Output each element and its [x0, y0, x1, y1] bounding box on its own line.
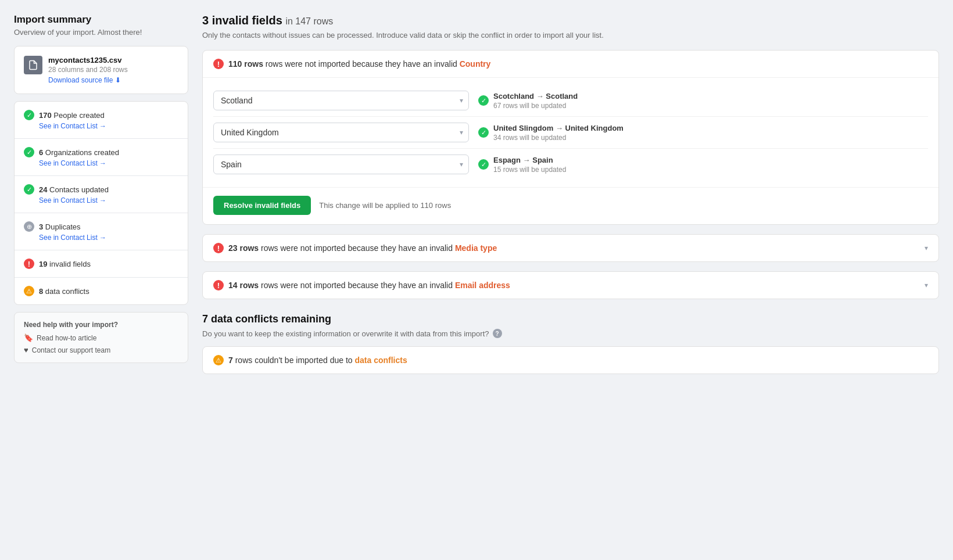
- resolve-note-country: This change will be applied to 110 rows: [319, 201, 451, 210]
- mapping-info-block-scotland: Scotchland → Scotland 67 rows will be up…: [493, 92, 578, 110]
- check-icon: ✓: [24, 110, 34, 120]
- chevron-icon-email: ▾: [925, 281, 928, 289]
- conflict-icon: ⚠: [24, 286, 34, 296]
- mapping-info-block-uk: United Slingdom → United Kingdom 34 rows…: [493, 124, 624, 142]
- stat-link-contacts[interactable]: See in Contact List →: [39, 196, 178, 204]
- stat-row-conflicts: ⚠ 8 data conflicts: [15, 278, 188, 304]
- mapping-info-block-spain: Espagn → Spain 15 rows will be updated: [493, 156, 566, 174]
- mapping-info-uk: ✓ United Slingdom → United Kingdom 34 ro…: [478, 124, 624, 142]
- mapping-row-spain: ScotlandUnited KingdomSpainFranceGermany…: [213, 149, 928, 180]
- stat-text-contacts: 24 Contacts updated: [39, 185, 109, 194]
- stat-link-dupes[interactable]: See in Contact List →: [39, 234, 178, 242]
- help-title: Need help with your import?: [24, 321, 178, 329]
- file-name: mycontacts1235.csv: [48, 56, 128, 64]
- invalid-card-header-country[interactable]: ! 110 rows rows were not imported becaus…: [203, 51, 938, 78]
- question-icon: ?: [493, 329, 502, 338]
- invalid-card-email: ! 14 rows rows were not imported because…: [202, 271, 939, 299]
- mapping-text-spain: Espagn → Spain: [493, 156, 566, 164]
- main-subtext: Only the contacts without issues can be …: [202, 31, 939, 40]
- mapping-sub-uk: 34 rows will be updated: [493, 134, 624, 142]
- mapping-info-spain: ✓ Espagn → Spain 15 rows will be updated: [478, 156, 566, 174]
- country-select-scotland[interactable]: ScotlandUnited KingdomSpainFranceGermany: [213, 91, 469, 110]
- mapping-text-scotland: Scotchland → Scotland: [493, 92, 578, 100]
- error-icon-email: !: [213, 280, 224, 290]
- card-body-country: ScotlandUnited KingdomSpainFranceGermany…: [203, 78, 938, 187]
- mapping-check-icon-spain: ✓: [478, 159, 489, 170]
- check-icon: ✓: [24, 147, 34, 157]
- main-content: 3 invalid fields in 147 rows Only the co…: [202, 14, 939, 546]
- conflict-warning-icon: ⚠: [213, 355, 224, 365]
- stat-text-orgs: 6 Organizations created: [39, 148, 119, 157]
- stat-text-people: 170 People created: [39, 111, 105, 120]
- mapping-text-uk: United Slingdom → United Kingdom: [493, 124, 624, 132]
- download-link[interactable]: Download source file ⬇: [48, 76, 128, 84]
- help-link-heart-icon[interactable]: ♥Contact our support team: [24, 346, 178, 354]
- conflict-card: ⚠ 7 rows couldn't be imported due to dat…: [202, 346, 939, 374]
- invalid-card-header-media_type[interactable]: ! 23 rows rows were not imported because…: [203, 235, 938, 261]
- stat-text-invalid: 19 invalid fields: [39, 260, 91, 268]
- help-link-bookmark-icon[interactable]: 🔖Read how-to article: [24, 333, 178, 342]
- select-wrapper-spain: ScotlandUnited KingdomSpainFranceGermany…: [213, 155, 469, 174]
- stat-text-conflicts: 8 data conflicts: [39, 287, 89, 296]
- conflicts-heading: 7 data conflicts remaining: [202, 313, 939, 325]
- stat-link-orgs[interactable]: See in Contact List →: [39, 159, 178, 167]
- invalid-title-country: 110 rows rows were not imported because …: [228, 59, 928, 69]
- select-wrapper-scotland: ScotlandUnited KingdomSpainFranceGermany…: [213, 91, 469, 110]
- stats-card: ✓ 170 People created See in Contact List…: [14, 101, 188, 305]
- stat-row-invalid: ! 19 invalid fields: [15, 250, 188, 278]
- heart-icon: ♥: [24, 346, 28, 354]
- stat-row-contacts: ✓ 24 Contacts updated See in Contact Lis…: [15, 176, 188, 213]
- mapping-sub-spain: 15 rows will be updated: [493, 166, 566, 174]
- country-select-uk[interactable]: ScotlandUnited KingdomSpainFranceGermany: [213, 123, 469, 142]
- mapping-info-scotland: ✓ Scotchland → Scotland 67 rows will be …: [478, 92, 578, 110]
- file-meta: 28 columns and 208 rows: [48, 66, 128, 74]
- error-icon-media_type: !: [213, 243, 224, 253]
- stat-link-people[interactable]: See in Contact List →: [39, 122, 178, 130]
- country-select-spain[interactable]: ScotlandUnited KingdomSpainFranceGermany: [213, 155, 469, 174]
- invalid-card-media_type: ! 23 rows rows were not imported because…: [202, 234, 939, 262]
- bookmark-icon: 🔖: [24, 333, 33, 342]
- invalid-icon: !: [24, 259, 34, 269]
- stat-text-dupes: 3 Duplicates: [39, 222, 81, 231]
- file-card: mycontacts1235.csv 28 columns and 208 ro…: [14, 46, 188, 94]
- stat-row-dupes: ⊕ 3 Duplicates See in Contact List →: [15, 213, 188, 250]
- sidebar-title: Import summary: [14, 14, 188, 26]
- conflict-card-text: 7 rows couldn't be imported due to data …: [228, 356, 407, 365]
- invalid-title-media_type: 23 rows rows were not imported because t…: [228, 243, 920, 253]
- mapping-row-uk: ScotlandUnited KingdomSpainFranceGermany…: [213, 117, 928, 149]
- conflicts-section: 7 data conflicts remaining Do you want t…: [202, 313, 939, 374]
- resolve-button-country[interactable]: Resolve invalid fields: [213, 196, 311, 215]
- duplicate-icon: ⊕: [24, 221, 34, 232]
- stat-row-orgs: ✓ 6 Organizations created See in Contact…: [15, 139, 188, 176]
- select-wrapper-uk: ScotlandUnited KingdomSpainFranceGermany…: [213, 123, 469, 142]
- mapping-row-scotland: ScotlandUnited KingdomSpainFranceGermany…: [213, 85, 928, 117]
- invalid-title-email: 14 rows rows were not imported because t…: [228, 281, 920, 290]
- check-icon: ✓: [24, 184, 34, 195]
- conflict-link[interactable]: data conflicts: [354, 356, 407, 365]
- help-card: Need help with your import? 🔖Read how-to…: [14, 312, 188, 363]
- sidebar-subtitle: Overview of your import. Almost there!: [14, 28, 188, 37]
- mapping-check-icon-uk: ✓: [478, 127, 489, 138]
- invalid-card-country: ! 110 rows rows were not imported becaus…: [202, 50, 939, 225]
- invalid-card-header-email[interactable]: ! 14 rows rows were not imported because…: [203, 272, 938, 299]
- download-icon: ⬇: [115, 76, 121, 84]
- main-heading: 3 invalid fields in 147 rows: [202, 14, 939, 27]
- resolve-row-country: Resolve invalid fields This change will …: [203, 187, 938, 224]
- chevron-icon-media_type: ▾: [925, 244, 928, 252]
- conflicts-subtext: Do you want to keep the existing informa…: [202, 329, 489, 338]
- stat-row-people: ✓ 170 People created See in Contact List…: [15, 102, 188, 139]
- sidebar: Import summary Overview of your import. …: [14, 14, 188, 546]
- file-icon: [24, 56, 42, 74]
- mapping-sub-scotland: 67 rows will be updated: [493, 102, 578, 110]
- error-icon-country: !: [213, 59, 224, 69]
- mapping-check-icon-scotland: ✓: [478, 95, 489, 106]
